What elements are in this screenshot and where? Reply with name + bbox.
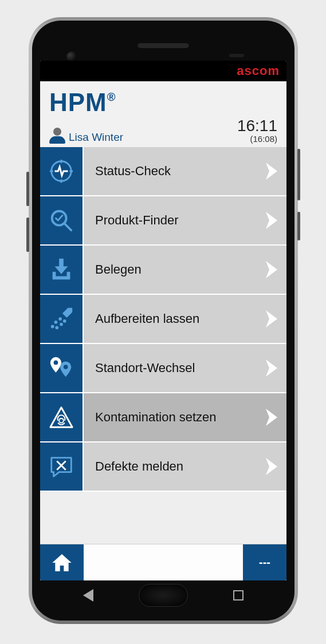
android-nav-bar [32,580,294,610]
app-footer: --- [40,544,286,580]
svg-point-8 [60,323,63,326]
main-menu: Status-Check Produkt-Finder [40,147,286,544]
app-title: HPM [49,88,107,117]
side-button[interactable] [297,212,300,240]
menu-item-aufbereiten[interactable]: Aufbereiten lassen [40,295,286,344]
menu-item-status-check[interactable]: Status-Check [40,147,286,196]
menu-label: Belegen [95,262,142,277]
status-bar: ascom [40,61,286,81]
user-name-label: Lisa Winter [69,131,123,144]
svg-point-7 [51,325,54,329]
clock-sub: (16:08) [237,134,277,144]
svg-point-13 [59,418,64,423]
pulse-target-icon [40,147,84,195]
svg-point-11 [54,361,58,365]
chevron-right-icon [266,163,277,180]
volume-up-button[interactable] [26,172,29,206]
menu-label: Kontamination setzen [95,410,217,425]
svg-point-6 [54,321,58,324]
more-button[interactable]: --- [243,544,286,580]
chevron-right-icon [266,409,277,426]
menu-label: Status-Check [95,164,171,179]
menu-item-standort-wechsel[interactable]: Standort-Wechsel [40,344,286,393]
clock: 16:11 (16:08) [237,118,277,144]
app-logo: HPM® [49,88,277,117]
svg-rect-4 [67,272,70,278]
proximity-sensor [229,54,244,57]
device-brand-label: ascom [237,64,280,78]
menu-item-kontamination[interactable]: Kontamination setzen [40,393,286,442]
svg-rect-3 [53,272,56,278]
biohazard-icon [40,393,84,441]
menu-item-belegen[interactable]: Belegen [40,246,286,295]
home-icon [50,551,73,574]
device-bezel: ascom HPM® Lisa Winter 16:11 (16:0 [32,21,294,621]
download-tray-icon [40,246,84,294]
svg-point-9 [55,326,58,329]
svg-point-5 [58,317,62,321]
more-label: --- [259,556,270,569]
nav-home-button[interactable] [139,584,188,607]
spray-icon [40,295,84,343]
speaker-grill [138,42,189,48]
svg-point-10 [63,319,66,323]
chevron-right-icon [266,261,277,278]
tools-chat-icon [40,442,84,491]
menu-label: Produkt-Finder [95,213,179,228]
svg-point-12 [64,365,68,369]
magnifier-check-icon [40,196,84,244]
menu-item-produkt-finder[interactable]: Produkt-Finder [40,196,286,246]
power-button[interactable] [297,149,300,200]
user-icon [49,128,65,144]
volume-down-button[interactable] [26,218,29,252]
chevron-right-icon [266,212,277,229]
registered-mark: ® [107,90,116,104]
app-root: HPM® Lisa Winter 16:11 (16:08) [40,81,286,580]
clock-current: 16:11 [237,118,277,134]
chevron-right-icon [266,310,277,327]
menu-label: Defekte melden [95,459,183,474]
menu-label: Aufbereiten lassen [95,311,199,326]
menu-item-defekte-melden[interactable]: Defekte melden [40,442,286,492]
nav-back-button[interactable] [83,589,93,602]
chevron-right-icon [266,458,277,475]
menu-label: Standort-Wechsel [95,361,195,376]
chevron-right-icon [266,359,277,377]
screen: ascom HPM® Lisa Winter 16:11 (16:0 [40,61,286,580]
device-frame: ascom HPM® Lisa Winter 16:11 (16:0 [29,17,298,624]
home-button[interactable] [40,544,84,580]
nav-recent-button[interactable] [233,590,243,600]
menu-spacer [40,492,286,544]
app-header: HPM® Lisa Winter 16:11 (16:08) [40,81,286,147]
location-swap-icon [40,344,84,392]
user-block[interactable]: Lisa Winter [49,128,123,144]
